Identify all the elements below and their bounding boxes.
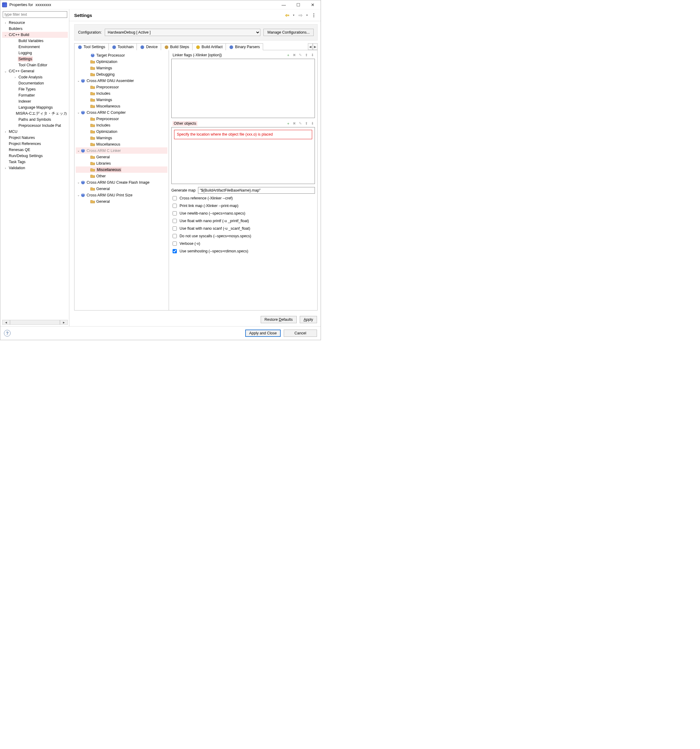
apply-button[interactable]: Apply: [300, 316, 317, 323]
checkbox-input[interactable]: [173, 211, 177, 216]
edit-icon[interactable]: ✎: [298, 121, 303, 126]
configuration-select[interactable]: HardwareDebug [ Active ]: [105, 29, 261, 36]
expand-arrow-icon[interactable]: ⌄: [76, 79, 81, 82]
nav-tree[interactable]: ›ResourceBuilders⌄C/C++ BuildBuild Varia…: [2, 20, 68, 319]
expand-arrow-icon[interactable]: ⌄: [76, 111, 81, 114]
nav-back-button[interactable]: ⇦: [284, 12, 290, 18]
nav-item-tool-chain-editor[interactable]: Tool Chain Editor: [2, 62, 68, 68]
tool-item-warnings[interactable]: Warnings: [76, 96, 167, 103]
scroll-right-button[interactable]: ►: [60, 320, 68, 325]
nav-item-misra-c-[interactable]: MISRA-Cエディタ・チェッカ: [2, 110, 68, 116]
tool-item-other[interactable]: Other: [76, 173, 167, 179]
delete-icon[interactable]: ✖: [292, 53, 297, 58]
nav-item-c-c-general[interactable]: ⌄C/C++ General: [2, 68, 68, 74]
expand-arrow-icon[interactable]: ⌄: [76, 149, 81, 152]
nav-item-indexer[interactable]: Indexer: [2, 98, 68, 104]
checkbox-7[interactable]: Use semihosting (--specs=rdimon.specs): [172, 248, 315, 254]
tool-item-cross-arm-c-linker[interactable]: ⌄Cross ARM C Linker: [76, 147, 167, 154]
tab-binary-parsers[interactable]: Binary Parsers: [225, 43, 263, 50]
tab-toolchain[interactable]: Toolchain: [109, 43, 137, 50]
checkbox-input[interactable]: [173, 249, 177, 253]
expand-arrow-icon[interactable]: ›: [3, 130, 8, 134]
checkbox-6[interactable]: Verbose (-v): [172, 241, 315, 247]
checkbox-2[interactable]: Use newlib-nano (--specs=nano.specs): [172, 210, 315, 216]
tool-item-preprocessor[interactable]: Preprocessor: [76, 116, 167, 122]
nav-item-formatter[interactable]: Formatter: [2, 92, 68, 98]
restore-defaults-button[interactable]: Restore Defaults: [261, 316, 297, 323]
checkbox-input[interactable]: [173, 242, 177, 246]
nav-item-settings[interactable]: Settings: [2, 56, 68, 62]
nav-item-environment[interactable]: Environment: [2, 44, 68, 50]
tab-build-artifact[interactable]: Build Artifact: [192, 43, 226, 50]
tool-item-miscellaneous[interactable]: Miscellaneous: [76, 141, 167, 147]
nav-item-project-natures[interactable]: Project Natures: [2, 135, 68, 141]
tool-item-libraries[interactable]: Libraries: [76, 160, 167, 167]
expand-arrow-icon[interactable]: ›: [3, 21, 8, 25]
tool-item-includes[interactable]: Includes: [76, 122, 167, 128]
move-up-icon[interactable]: ⬆: [304, 53, 309, 58]
expand-arrow-icon[interactable]: ⌄: [76, 193, 81, 197]
tool-item-miscellaneous[interactable]: Miscellaneous: [76, 167, 167, 173]
checkbox-input[interactable]: [173, 226, 177, 231]
view-menu-button[interactable]: [311, 12, 316, 18]
tool-item-general[interactable]: General: [76, 185, 167, 192]
nav-item-documentation[interactable]: Documentation: [2, 80, 68, 86]
nav-item-preprocessor-include-pat[interactable]: Preprocessor Include Pat: [2, 122, 68, 128]
add-icon[interactable]: ＋: [286, 53, 291, 58]
tool-item-optimization[interactable]: Optimization: [76, 128, 167, 135]
scroll-track[interactable]: [10, 320, 60, 325]
tabs-scroll-right-button[interactable]: ▶: [313, 43, 318, 50]
expand-arrow-icon[interactable]: ⌄: [3, 69, 8, 73]
tool-settings-tree[interactable]: Target ProcessorOptimizationWarningsDebu…: [75, 50, 169, 310]
tool-item-target-processor[interactable]: Target Processor: [76, 52, 167, 58]
tab-build-steps[interactable]: Build Steps: [161, 43, 193, 50]
checkbox-1[interactable]: Print link map (-Xlinker --print-map): [172, 203, 315, 209]
nav-item-c-c-build[interactable]: ⌄C/C++ Build: [2, 32, 68, 38]
checkbox-4[interactable]: Use float with nano scanf (-u _scanf_flo…: [172, 225, 315, 231]
move-down-icon[interactable]: ⬇: [310, 121, 315, 126]
nav-item-build-variables[interactable]: Build Variables: [2, 38, 68, 44]
nav-item-renesas-qe[interactable]: Renesas QE: [2, 147, 68, 153]
tool-item-general[interactable]: General: [76, 154, 167, 160]
tool-item-includes[interactable]: Includes: [76, 90, 167, 96]
expand-arrow-icon[interactable]: ›: [13, 75, 17, 79]
tool-item-cross-arm-gnu-print-size[interactable]: ⌄Cross ARM GNU Print Size: [76, 192, 167, 198]
filter-input[interactable]: [3, 11, 67, 18]
horizontal-scrollbar[interactable]: ◄ ►: [2, 319, 68, 325]
tool-item-optimization[interactable]: Optimization: [76, 58, 167, 65]
tool-item-miscellaneous[interactable]: Miscellaneous: [76, 103, 167, 109]
window-close-button[interactable]: ✕: [307, 1, 319, 9]
tool-item-warnings[interactable]: Warnings: [76, 135, 167, 141]
expand-arrow-icon[interactable]: ⌄: [3, 33, 8, 37]
checkbox-0[interactable]: Cross reference (-Xlinker --cref): [172, 195, 315, 201]
checkbox-input[interactable]: [173, 219, 177, 223]
checkbox-3[interactable]: Use float with nano printf (-u _printf_f…: [172, 218, 315, 224]
nav-item-paths-and-symbols[interactable]: Paths and Symbols: [2, 116, 68, 122]
nav-item-project-references[interactable]: Project References: [2, 141, 68, 147]
nav-forward-menu[interactable]: ▼: [304, 12, 310, 18]
expand-arrow-icon[interactable]: ⌄: [76, 181, 81, 184]
nav-item-run-debug-settings[interactable]: Run/Debug Settings: [2, 153, 68, 159]
move-up-icon[interactable]: ⬆: [304, 121, 309, 126]
tool-item-cross-arm-gnu-assembler[interactable]: ⌄Cross ARM GNU Assembler: [76, 78, 167, 84]
help-icon[interactable]: ?: [4, 330, 11, 336]
nav-item-validation[interactable]: ›Validation: [2, 165, 68, 171]
tab-device[interactable]: Device: [136, 43, 161, 50]
delete-icon[interactable]: ✖: [292, 121, 297, 126]
tool-item-debugging[interactable]: Debugging: [76, 71, 167, 78]
window-maximize-button[interactable]: ☐: [292, 1, 304, 9]
scroll-left-button[interactable]: ◄: [2, 320, 10, 325]
checkbox-input[interactable]: [173, 234, 177, 238]
generate-map-input[interactable]: [198, 187, 315, 194]
tool-item-cross-arm-c-compiler[interactable]: ⌄Cross ARM C Compiler: [76, 109, 167, 116]
window-minimize-button[interactable]: —: [278, 1, 290, 9]
cancel-button[interactable]: Cancel: [284, 330, 317, 337]
linker-flags-list[interactable]: [172, 59, 315, 118]
checkbox-input[interactable]: [173, 204, 177, 208]
edit-icon[interactable]: ✎: [298, 53, 303, 58]
nav-item-file-types[interactable]: File Types: [2, 86, 68, 92]
nav-item-code-analysis[interactable]: ›Code Analysis: [2, 74, 68, 80]
expand-arrow-icon[interactable]: ›: [3, 166, 8, 170]
nav-item-builders[interactable]: Builders: [2, 26, 68, 32]
tabs-scroll-left-button[interactable]: ◀: [308, 43, 313, 50]
